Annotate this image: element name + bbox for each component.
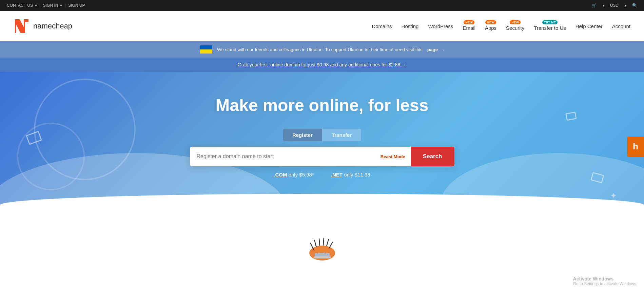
ukraine-flag [200,45,212,54]
flag-blue [200,45,212,49]
nav-item-help[interactable]: Help Center [575,23,603,29]
logo-icon [14,18,30,34]
transfer-tryme-badge: TRY ME [542,20,558,24]
com-tld-link[interactable]: .COM [274,172,287,177]
help-center-link[interactable]: Help Center [575,23,603,29]
svg-line-7 [329,242,333,248]
svg-line-3 [314,240,316,247]
nav-item-domains[interactable]: Domains [372,23,392,29]
svg-rect-13 [315,253,330,256]
svg-line-5 [323,238,324,246]
top-bar: CONTACT US ▾ | SIGN IN ▾ | SIGN UP 🛒 ▾ U… [0,0,644,11]
com-hint[interactable]: .COM only $5.98* [274,172,314,177]
contact-dropdown-arrow[interactable]: ▾ [35,3,37,8]
tld-hints: .COM only $5.98* .NET only $11.98 [0,172,644,177]
mascot [302,231,343,261]
nav-item-security[interactable]: NEW Security [506,25,524,31]
svg-marker-0 [15,19,28,33]
net-tld-link[interactable]: .NET [331,172,343,177]
security-new-badge: NEW [510,20,521,24]
nav-item-account[interactable]: Account [612,23,630,29]
deco-star-1: ✦ [610,191,617,201]
cart-dropdown-arrow[interactable]: ▾ [603,3,605,8]
hosting-link[interactable]: Hosting [402,23,419,29]
beast-mode-toggle[interactable]: Beast Mode [375,154,411,159]
ukraine-banner: We stand with our friends and colleagues… [0,41,644,58]
ukraine-text-before: We stand with our friends and colleagues… [217,47,423,52]
separator1: | [38,3,42,8]
nav-item-email[interactable]: NEW Email [463,25,475,31]
promo-link[interactable]: Grab your first .online domain for just … [238,62,406,67]
hero-section: ✦ Make more online, for less Register Tr… [0,72,644,261]
email-link[interactable]: Email [463,25,475,31]
svg-line-4 [319,238,320,246]
search-input-wrap [190,147,375,166]
main-nav: Domains Hosting WordPress NEW Email NEW … [372,22,630,31]
top-bar-right: 🛒 ▾ USD ▾ 🔍 [591,3,637,8]
hero-content: Make more online, for less Register Tran… [0,96,644,177]
sign-in-link[interactable]: SIGN IN [43,3,58,8]
nav-item-hosting[interactable]: Hosting [402,23,419,29]
nav-item-wordpress[interactable]: WordPress [428,23,453,29]
nav-item-apps[interactable]: NEW Apps [485,25,496,31]
sign-up-link[interactable]: SIGN UP [68,3,85,8]
domain-search-bar: Beast Mode Search [190,147,454,166]
domain-search-tabs: Register Transfer [0,129,644,141]
svg-line-6 [327,239,329,246]
domains-link[interactable]: Domains [372,23,392,29]
header: namecheap Domains Hosting WordPress NEW … [0,11,644,41]
signin-dropdown-arrow[interactable]: ▾ [60,3,62,8]
wordpress-link[interactable]: WordPress [428,23,453,29]
logo-text: namecheap [33,22,72,30]
promo-banner: Grab your first .online domain for just … [0,58,644,72]
hurrify-widget[interactable]: h [627,137,644,157]
apps-link[interactable]: Apps [485,25,496,31]
register-tab[interactable]: Register [283,129,322,141]
hero-title: Make more online, for less [0,96,644,115]
domain-search-input[interactable] [197,153,368,160]
apps-new-badge: NEW [485,20,496,24]
flag-yellow [200,49,212,54]
transfer-tab[interactable]: Transfer [322,129,361,141]
currency-dropdown-arrow[interactable]: ▾ [625,3,627,8]
net-price: only $11.98 [344,172,370,177]
com-price: only $5.98* [289,172,314,177]
top-bar-left: CONTACT US ▾ | SIGN IN ▾ | SIGN UP [7,3,85,8]
email-new-badge: NEW [464,20,474,24]
separator2: | [63,3,67,8]
ukraine-page-link[interactable]: page [427,47,438,52]
security-link[interactable]: Security [506,25,524,31]
net-hint[interactable]: .NET only $11.98 [331,172,370,177]
nav-item-transfer[interactable]: TRY ME Transfer to Us [534,25,566,31]
logo-link[interactable]: namecheap [14,18,72,34]
transfer-link[interactable]: Transfer to Us [534,25,566,31]
account-link[interactable]: Account [612,23,630,29]
svg-rect-12 [314,256,331,258]
search-icon[interactable]: 🔍 [632,3,637,8]
search-button[interactable]: Search [411,147,454,166]
currency-selector[interactable]: USD [610,3,619,8]
cart-icon[interactable]: 🛒 [591,3,597,8]
mascot-svg [304,231,341,261]
ukraine-text-after: . [443,47,444,52]
contact-us-link[interactable]: CONTACT US [7,3,33,8]
